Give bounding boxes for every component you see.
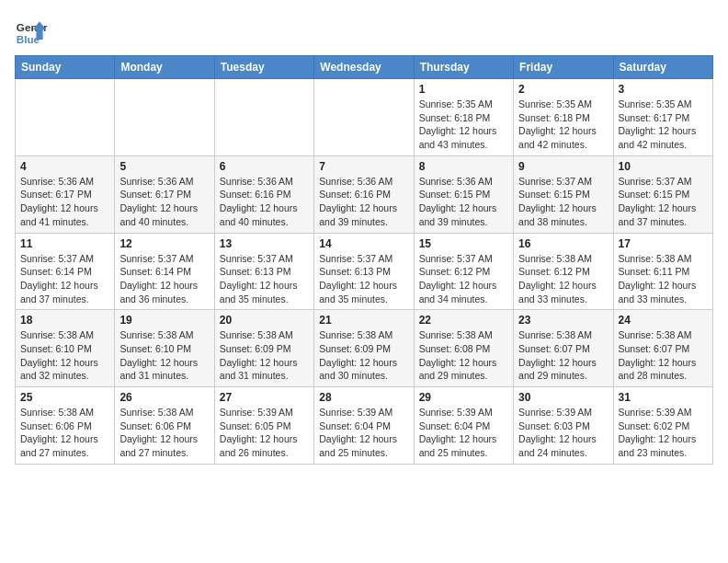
day-info: Sunrise: 5:39 AM Sunset: 6:04 PM Dayligh… xyxy=(319,406,408,460)
day-info: Sunrise: 5:36 AM Sunset: 6:16 PM Dayligh… xyxy=(319,175,408,229)
day-number: 17 xyxy=(619,237,708,250)
day-number: 23 xyxy=(518,314,608,327)
calendar-cell: 29Sunrise: 5:39 AM Sunset: 6:04 PM Dayli… xyxy=(414,387,513,465)
calendar-cell: 9Sunrise: 5:37 AM Sunset: 6:15 PM Daylig… xyxy=(514,155,613,233)
day-number: 22 xyxy=(419,314,508,327)
calendar-cell: 20Sunrise: 5:38 AM Sunset: 6:09 PM Dayli… xyxy=(214,310,313,387)
day-info: Sunrise: 5:37 AM Sunset: 6:12 PM Dayligh… xyxy=(419,252,508,306)
day-info: Sunrise: 5:36 AM Sunset: 6:15 PM Dayligh… xyxy=(419,175,508,229)
day-info: Sunrise: 5:38 AM Sunset: 6:11 PM Dayligh… xyxy=(619,252,708,306)
day-info: Sunrise: 5:39 AM Sunset: 6:03 PM Dayligh… xyxy=(518,406,608,460)
day-info: Sunrise: 5:38 AM Sunset: 6:07 PM Dayligh… xyxy=(619,328,708,383)
day-info: Sunrise: 5:37 AM Sunset: 6:15 PM Dayligh… xyxy=(518,175,608,229)
day-number: 31 xyxy=(619,391,708,404)
day-number: 3 xyxy=(619,83,708,96)
calendar-cell: 7Sunrise: 5:36 AM Sunset: 6:16 PM Daylig… xyxy=(314,155,414,233)
calendar-cell: 15Sunrise: 5:37 AM Sunset: 6:12 PM Dayli… xyxy=(414,233,513,310)
calendar-cell: 16Sunrise: 5:38 AM Sunset: 6:12 PM Dayli… xyxy=(514,233,613,310)
day-info: Sunrise: 5:39 AM Sunset: 6:02 PM Dayligh… xyxy=(619,406,708,460)
day-info: Sunrise: 5:37 AM Sunset: 6:15 PM Dayligh… xyxy=(619,175,708,229)
calendar-cell xyxy=(16,79,115,156)
day-info: Sunrise: 5:36 AM Sunset: 6:17 PM Dayligh… xyxy=(20,175,109,229)
calendar-cell xyxy=(314,79,414,156)
day-number: 26 xyxy=(119,391,209,404)
calendar-week-row: 25Sunrise: 5:38 AM Sunset: 6:06 PM Dayli… xyxy=(16,387,713,465)
calendar-cell: 22Sunrise: 5:38 AM Sunset: 6:08 PM Dayli… xyxy=(414,310,513,387)
day-info: Sunrise: 5:36 AM Sunset: 6:17 PM Dayligh… xyxy=(119,175,209,229)
calendar-cell: 26Sunrise: 5:38 AM Sunset: 6:06 PM Dayli… xyxy=(115,387,214,465)
day-number: 20 xyxy=(220,314,309,327)
calendar-cell: 10Sunrise: 5:37 AM Sunset: 6:15 PM Dayli… xyxy=(613,155,712,233)
calendar-cell: 11Sunrise: 5:37 AM Sunset: 6:14 PM Dayli… xyxy=(16,233,115,310)
calendar-cell: 12Sunrise: 5:37 AM Sunset: 6:14 PM Dayli… xyxy=(115,233,214,310)
calendar-cell: 23Sunrise: 5:38 AM Sunset: 6:07 PM Dayli… xyxy=(514,310,613,387)
day-number: 2 xyxy=(518,83,608,96)
day-header-sunday: Sunday xyxy=(16,56,115,79)
calendar-cell: 5Sunrise: 5:36 AM Sunset: 6:17 PM Daylig… xyxy=(115,155,214,233)
day-info: Sunrise: 5:35 AM Sunset: 6:17 PM Dayligh… xyxy=(619,98,708,152)
logo-icon: General Blue xyxy=(15,15,48,48)
calendar-cell: 31Sunrise: 5:39 AM Sunset: 6:02 PM Dayli… xyxy=(613,387,712,465)
day-number: 10 xyxy=(619,160,708,173)
day-info: Sunrise: 5:38 AM Sunset: 6:07 PM Dayligh… xyxy=(518,328,608,383)
day-info: Sunrise: 5:37 AM Sunset: 6:14 PM Dayligh… xyxy=(119,252,209,306)
day-header-thursday: Thursday xyxy=(414,56,513,79)
calendar-cell: 3Sunrise: 5:35 AM Sunset: 6:17 PM Daylig… xyxy=(613,79,712,156)
day-info: Sunrise: 5:36 AM Sunset: 6:16 PM Dayligh… xyxy=(220,175,309,229)
day-info: Sunrise: 5:37 AM Sunset: 6:13 PM Dayligh… xyxy=(319,252,408,306)
calendar-cell: 2Sunrise: 5:35 AM Sunset: 6:18 PM Daylig… xyxy=(514,79,613,156)
calendar-cell: 17Sunrise: 5:38 AM Sunset: 6:11 PM Dayli… xyxy=(613,233,712,310)
calendar-week-row: 11Sunrise: 5:37 AM Sunset: 6:14 PM Dayli… xyxy=(16,233,713,310)
day-number: 18 xyxy=(20,314,109,327)
calendar-cell: 14Sunrise: 5:37 AM Sunset: 6:13 PM Dayli… xyxy=(314,233,414,310)
calendar-cell: 27Sunrise: 5:39 AM Sunset: 6:05 PM Dayli… xyxy=(214,387,313,465)
day-number: 15 xyxy=(419,237,508,250)
day-number: 9 xyxy=(518,160,608,173)
calendar-cell: 18Sunrise: 5:38 AM Sunset: 6:10 PM Dayli… xyxy=(16,310,115,387)
day-number: 12 xyxy=(119,237,209,250)
day-info: Sunrise: 5:38 AM Sunset: 6:12 PM Dayligh… xyxy=(518,252,608,306)
calendar-header-row: SundayMondayTuesdayWednesdayThursdayFrid… xyxy=(16,56,713,79)
day-info: Sunrise: 5:38 AM Sunset: 6:10 PM Dayligh… xyxy=(20,328,109,383)
calendar-week-row: 1Sunrise: 5:35 AM Sunset: 6:18 PM Daylig… xyxy=(16,79,713,156)
calendar-cell: 30Sunrise: 5:39 AM Sunset: 6:03 PM Dayli… xyxy=(514,387,613,465)
day-info: Sunrise: 5:37 AM Sunset: 6:14 PM Dayligh… xyxy=(20,252,109,306)
day-info: Sunrise: 5:38 AM Sunset: 6:09 PM Dayligh… xyxy=(220,328,309,383)
day-number: 16 xyxy=(518,237,608,250)
calendar-week-row: 18Sunrise: 5:38 AM Sunset: 6:10 PM Dayli… xyxy=(16,310,713,387)
calendar-cell: 19Sunrise: 5:38 AM Sunset: 6:10 PM Dayli… xyxy=(115,310,214,387)
day-header-tuesday: Tuesday xyxy=(214,56,313,79)
day-header-monday: Monday xyxy=(115,56,214,79)
day-number: 25 xyxy=(20,391,109,404)
day-number: 14 xyxy=(319,237,408,250)
page-header: General Blue xyxy=(15,15,713,48)
day-number: 1 xyxy=(419,83,508,96)
calendar-cell: 4Sunrise: 5:36 AM Sunset: 6:17 PM Daylig… xyxy=(16,155,115,233)
day-header-wednesday: Wednesday xyxy=(314,56,414,79)
day-number: 11 xyxy=(20,237,109,250)
day-info: Sunrise: 5:38 AM Sunset: 6:06 PM Dayligh… xyxy=(119,406,209,460)
day-info: Sunrise: 5:38 AM Sunset: 6:10 PM Dayligh… xyxy=(119,328,209,383)
day-info: Sunrise: 5:39 AM Sunset: 6:04 PM Dayligh… xyxy=(419,406,508,460)
calendar-cell: 13Sunrise: 5:37 AM Sunset: 6:13 PM Dayli… xyxy=(214,233,313,310)
day-number: 27 xyxy=(220,391,309,404)
day-info: Sunrise: 5:38 AM Sunset: 6:06 PM Dayligh… xyxy=(20,406,109,460)
day-number: 21 xyxy=(319,314,408,327)
calendar-cell: 8Sunrise: 5:36 AM Sunset: 6:15 PM Daylig… xyxy=(414,155,513,233)
day-number: 5 xyxy=(119,160,209,173)
day-number: 30 xyxy=(518,391,608,404)
calendar-cell: 21Sunrise: 5:38 AM Sunset: 6:09 PM Dayli… xyxy=(314,310,414,387)
day-number: 13 xyxy=(220,237,309,250)
calendar-cell xyxy=(214,79,313,156)
calendar-week-row: 4Sunrise: 5:36 AM Sunset: 6:17 PM Daylig… xyxy=(16,155,713,233)
day-number: 7 xyxy=(319,160,408,173)
calendar-cell: 6Sunrise: 5:36 AM Sunset: 6:16 PM Daylig… xyxy=(214,155,313,233)
day-info: Sunrise: 5:35 AM Sunset: 6:18 PM Dayligh… xyxy=(518,98,608,152)
calendar-cell: 25Sunrise: 5:38 AM Sunset: 6:06 PM Dayli… xyxy=(16,387,115,465)
calendar-cell: 1Sunrise: 5:35 AM Sunset: 6:18 PM Daylig… xyxy=(414,79,513,156)
logo: General Blue xyxy=(15,15,48,48)
day-info: Sunrise: 5:37 AM Sunset: 6:13 PM Dayligh… xyxy=(220,252,309,306)
calendar-cell xyxy=(115,79,214,156)
day-number: 8 xyxy=(419,160,508,173)
calendar-cell: 28Sunrise: 5:39 AM Sunset: 6:04 PM Dayli… xyxy=(314,387,414,465)
